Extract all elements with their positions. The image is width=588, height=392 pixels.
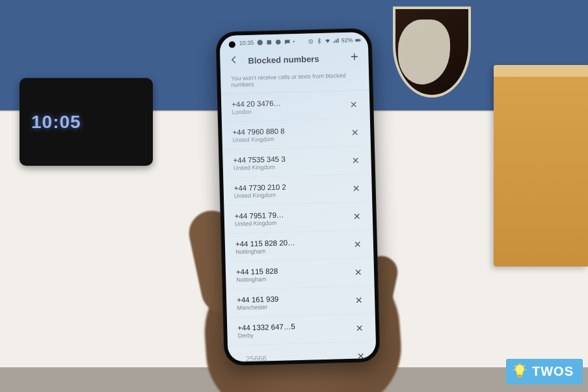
blocked-number: +44 115 828 20… (235, 239, 295, 248)
svg-rect-6 (360, 40, 361, 41)
blocked-row: +44 7951 79…United Kingdom ✕ (224, 202, 373, 234)
svg-point-2 (275, 40, 280, 45)
svg-rect-1 (267, 40, 271, 45)
blocked-location: United Kingdom (233, 135, 285, 143)
remove-number-button[interactable]: ✕ (354, 320, 366, 335)
blocked-location: Nottingham (235, 247, 295, 255)
svg-rect-7 (518, 374, 521, 376)
remove-number-button[interactable]: ✕ (354, 292, 365, 307)
wifi-icon (325, 38, 331, 44)
svg-point-0 (257, 40, 263, 46)
blocked-location: Manchester (237, 303, 279, 311)
blocked-location: Derby (237, 331, 295, 339)
screen-header: Blocked numbers (220, 47, 369, 74)
blocked-number: +44 7960 880 8 (232, 127, 285, 136)
bluetooth-icon (316, 38, 323, 44)
remove-number-button[interactable]: ✕ (349, 96, 360, 112)
watermark-text: TWOS (532, 364, 574, 379)
photo-scene: 10:05 10:35 • (0, 0, 588, 392)
battery-icon (355, 36, 362, 43)
blocked-row: +44 7960 880 8United Kingdom ✕ (222, 118, 371, 150)
svg-rect-5 (356, 39, 360, 42)
blocked-row: +44 1332 647…5Derby ✕ (227, 314, 376, 346)
remove-number-button[interactable]: ✕ (351, 208, 362, 224)
blocked-row: +44 115 828Nottingham ✕ (226, 258, 375, 290)
blocked-location: United Kingdom (234, 163, 286, 171)
blocked-row: +44 161 939Manchester ✕ (226, 286, 375, 318)
message-icon (284, 38, 290, 45)
telegram-icon (256, 39, 263, 46)
smartphone: 10:35 • 92% (215, 28, 380, 366)
watermark-badge: TWOS (506, 359, 583, 384)
blocked-number: …25666 (238, 354, 267, 362)
status-time: 10:35 (239, 40, 254, 47)
wooden-cabinet (494, 65, 588, 267)
blocked-location: Nottingham (236, 275, 278, 283)
remove-number-button[interactable]: ✕ (350, 152, 361, 168)
blocked-list[interactable]: +44 20 3476…London ✕ +44 7960 880 8Unite… (221, 90, 377, 362)
remove-number-button[interactable]: ✕ (353, 264, 364, 280)
blocked-location: United Kingdom (234, 191, 286, 199)
facebook-icon (265, 39, 272, 46)
remove-number-button[interactable]: ✕ (355, 348, 366, 362)
battery-percent: 92% (341, 37, 353, 44)
blocked-number: +44 20 3476… (232, 99, 281, 108)
remove-number-button[interactable]: ✕ (353, 236, 364, 252)
alarm-icon (308, 38, 314, 44)
remove-number-button[interactable]: ✕ (349, 124, 360, 140)
whatsapp-icon (274, 39, 281, 46)
page-title: Blocked numbers (248, 53, 340, 66)
guitar (386, 0, 484, 104)
smart-display-device: 10:05 (20, 78, 153, 166)
blocked-row: +44 20 3476…London ✕ (221, 90, 370, 122)
status-more-dot: • (293, 38, 295, 45)
blocked-number: +44 1332 647…5 (237, 322, 295, 332)
blocked-number: +44 115 828 (236, 267, 278, 276)
lightbulb-icon (511, 363, 528, 380)
blocked-location: United Kingdom (235, 219, 284, 227)
back-button[interactable] (229, 55, 239, 67)
blocked-row: +44 115 828 20…Nottingham ✕ (224, 230, 373, 262)
smart-display-clock: 10:05 (31, 112, 81, 133)
blocked-row: …25666 ✕ (228, 342, 377, 362)
signal-icon (333, 37, 340, 44)
blocked-number: +44 7951 79… (235, 211, 284, 220)
blocked-location: London (232, 107, 281, 115)
remove-number-button[interactable]: ✕ (351, 180, 362, 196)
blocked-number: +44 7730 210 2 (234, 183, 286, 192)
add-number-button[interactable] (349, 51, 359, 64)
blocked-number: +44 161 939 (237, 294, 279, 304)
blocked-row: +44 7535 345 3United Kingdom ✕ (222, 146, 371, 178)
phone-screen[interactable]: 10:35 • 92% (219, 32, 376, 362)
blocked-row: +44 7730 210 2United Kingdom ✕ (223, 174, 372, 206)
blocked-number: +44 7535 345 3 (233, 155, 286, 164)
